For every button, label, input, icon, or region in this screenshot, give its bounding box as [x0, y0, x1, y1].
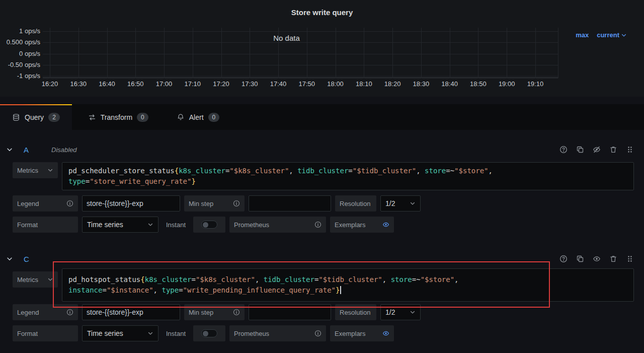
- query-c-ref-id[interactable]: C: [24, 255, 29, 263]
- metrics-dropdown[interactable]: Metrics: [13, 271, 58, 288]
- help-icon[interactable]: [559, 255, 568, 263]
- code-line: pd_scheduler_store_status{k8s_cluster="$…: [68, 166, 627, 176]
- x-tick-label: 16:40: [92, 80, 122, 88]
- prometheus-label: Prometheus: [229, 217, 326, 233]
- trash-icon[interactable]: [609, 146, 617, 154]
- help-icon[interactable]: [559, 146, 568, 154]
- eye-slash-icon[interactable]: [593, 146, 601, 154]
- format-select[interactable]: Time series: [82, 217, 158, 233]
- tab-query-count-badge: 2: [48, 113, 60, 122]
- info-icon[interactable]: [66, 309, 73, 316]
- grid-vline: [392, 28, 393, 78]
- eye-icon[interactable]: [382, 221, 389, 228]
- plot-area: No data: [43, 28, 558, 78]
- toggle-switch: [201, 329, 217, 337]
- eye-icon[interactable]: [382, 330, 389, 337]
- y-tick-label: 0.500 ops/s: [0, 38, 40, 46]
- instant-label: Instant: [163, 221, 189, 229]
- resolution-select[interactable]: 1/2: [380, 195, 421, 211]
- grid-hline: [43, 42, 558, 43]
- info-icon[interactable]: [233, 309, 240, 316]
- duplicate-icon[interactable]: [576, 146, 584, 154]
- grid-vline: [250, 28, 250, 78]
- min-step-label: Min step: [184, 304, 245, 320]
- grid-vline: [164, 28, 165, 78]
- legend-current[interactable]: current: [597, 31, 627, 39]
- x-tick-label: 17:30: [234, 80, 265, 88]
- grid-vline: [50, 28, 50, 78]
- exemplars-label: Exemplars: [330, 217, 394, 233]
- drag-handle-icon[interactable]: [626, 146, 634, 154]
- query-a-options-row-2: Format Time series Instant Prometheus Ex…: [13, 217, 394, 233]
- collapse-chevron-icon[interactable]: [6, 146, 13, 153]
- x-tick-label: 18:10: [349, 80, 379, 88]
- panel-title[interactable]: Store write query: [0, 8, 644, 17]
- info-icon[interactable]: [314, 221, 321, 228]
- collapse-chevron-icon[interactable]: [6, 255, 13, 262]
- info-icon[interactable]: [314, 330, 321, 337]
- resolution-select[interactable]: 1/2: [380, 304, 421, 320]
- grid-vline: [135, 28, 136, 78]
- query-a-code-editor[interactable]: pd_scheduler_store_status{k8s_cluster="$…: [62, 162, 634, 190]
- toggle-switch: [201, 221, 217, 229]
- min-step-input[interactable]: [249, 304, 331, 320]
- panel-chart: Store write query max current No data 16…: [0, 0, 644, 97]
- x-tick-label: 18:50: [463, 80, 493, 88]
- instant-toggle[interactable]: [193, 325, 225, 341]
- query-a-ref-id[interactable]: A: [24, 146, 29, 154]
- tab-alert-count-badge: 0: [208, 113, 220, 122]
- legend-current-label: current: [597, 31, 619, 39]
- min-step-input[interactable]: [249, 195, 331, 211]
- legend-label: Legend: [13, 195, 78, 211]
- tab-alert[interactable]: Alert 0: [165, 104, 231, 130]
- info-icon[interactable]: [66, 200, 73, 207]
- info-icon[interactable]: [233, 200, 240, 207]
- eye-icon[interactable]: [593, 255, 601, 263]
- tab-transform-count-badge: 0: [137, 113, 148, 122]
- metrics-dropdown[interactable]: Metrics: [13, 162, 58, 178]
- y-tick-label: -1 ops/s: [0, 72, 40, 80]
- query-a-actions: [559, 146, 634, 154]
- resolution-label: Resolution: [335, 304, 376, 320]
- chevron-down-icon: [47, 167, 53, 173]
- legend-input[interactable]: [82, 304, 180, 320]
- x-tick-label: 16:30: [63, 80, 94, 88]
- transform-icon: [88, 113, 96, 121]
- x-tick-label: 17:40: [263, 80, 293, 88]
- tab-query-label: Query: [25, 113, 44, 121]
- query-c-header: C: [0, 251, 644, 267]
- x-tick-label: 17:50: [292, 80, 322, 88]
- chevron-down-icon: [47, 276, 53, 283]
- grafana-panel-editor: Store write query max current No data 16…: [0, 0, 644, 353]
- tab-alert-label: Alert: [189, 113, 204, 121]
- x-tick-label: 18:20: [377, 80, 408, 88]
- duplicate-icon[interactable]: [576, 255, 584, 263]
- x-tick-label: 17:20: [206, 80, 236, 88]
- tab-query[interactable]: Query 2: [0, 104, 72, 130]
- y-tick-label: -0.50 ops/s: [0, 61, 40, 69]
- instant-toggle[interactable]: [193, 217, 225, 233]
- y-tick-label: 0 ops/s: [0, 50, 40, 58]
- format-select[interactable]: Time series: [82, 325, 158, 341]
- x-tick-label: 16:50: [120, 80, 150, 88]
- legend-max[interactable]: max: [576, 31, 589, 39]
- trash-icon[interactable]: [609, 255, 617, 263]
- grid-vline: [450, 28, 450, 78]
- grid-hline: [43, 76, 558, 77]
- grid-vline: [336, 28, 336, 78]
- drag-handle-icon[interactable]: [626, 255, 634, 263]
- code-line: type="store_write_query_rate"}: [68, 176, 627, 187]
- grid-vline: [107, 28, 108, 78]
- grid-vline: [507, 28, 507, 78]
- query-c-code-editor[interactable]: pd_hotspot_status{k8s_cluster="$k8s_clus…: [62, 268, 634, 302]
- code-line: pd_hotspot_status{k8s_cluster="$k8s_clus…: [68, 274, 627, 285]
- x-tick-label: 18:30: [406, 80, 436, 88]
- query-a-editor: Metrics pd_scheduler_store_status{k8s_cl…: [13, 162, 634, 190]
- legend-input[interactable]: [82, 195, 180, 211]
- tab-transform[interactable]: Transform 0: [76, 104, 160, 130]
- chevron-down-icon: [147, 222, 153, 228]
- metrics-label: Metrics: [17, 167, 38, 174]
- grid-vline: [78, 28, 79, 78]
- query-a-header: A Disabled: [0, 142, 644, 158]
- query-a-options-row-1: Legend Min step Resolution 1/2: [13, 195, 421, 211]
